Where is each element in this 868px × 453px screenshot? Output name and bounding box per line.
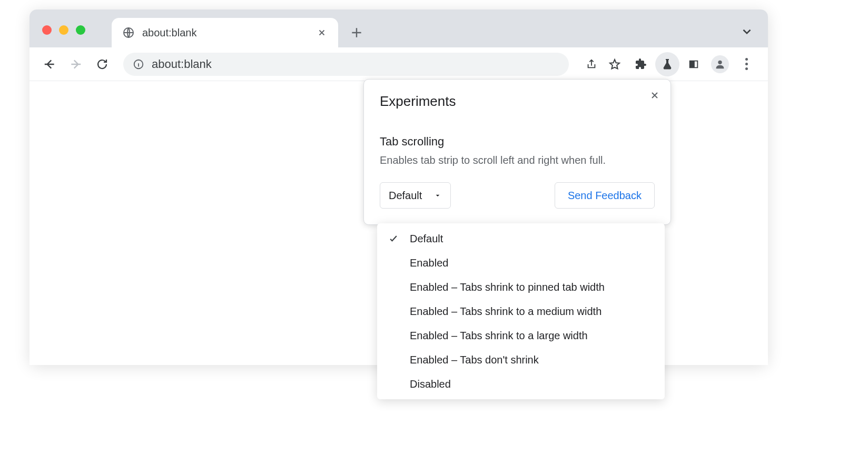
dropdown-option[interactable]: Enabled – Tabs shrink to a large width [377, 323, 665, 348]
back-button[interactable] [39, 54, 60, 75]
check-icon [387, 233, 400, 244]
dropdown-option-label: Disabled [410, 378, 451, 390]
window-controls [42, 25, 85, 35]
maximize-window-button[interactable] [76, 25, 85, 35]
browser-tab[interactable]: about:blank [112, 18, 338, 47]
send-feedback-button[interactable]: Send Feedback [555, 182, 655, 209]
experiment-controls: Default Send Feedback [380, 182, 655, 209]
dropdown-option[interactable]: Enabled – Tabs don't shrink [377, 348, 665, 372]
experiment-name: Tab scrolling [380, 135, 655, 149]
avatar-icon [711, 55, 729, 73]
dropdown-option-label: Enabled – Tabs don't shrink [410, 354, 539, 366]
dropdown-option-label: Enabled – Tabs shrink to a medium width [410, 306, 601, 318]
reload-button[interactable] [92, 54, 113, 75]
menu-button[interactable] [734, 52, 758, 76]
dropdown-option-label: Enabled – Tabs shrink to pinned tab widt… [410, 281, 605, 293]
experiments-button[interactable] [655, 52, 679, 76]
experiment-description: Enables tab strip to scroll left and rig… [380, 153, 655, 168]
side-panel-button[interactable] [682, 52, 706, 76]
dropdown-option[interactable]: Enabled [377, 251, 665, 275]
dropdown-option[interactable]: Enabled – Tabs shrink to a medium width [377, 299, 665, 323]
new-tab-button[interactable] [343, 19, 370, 46]
experiment-select[interactable]: Default [380, 182, 451, 209]
dropdown-option[interactable]: Disabled [377, 372, 665, 396]
select-value: Default [389, 190, 422, 202]
tab-strip: about:blank [29, 9, 768, 47]
address-bar[interactable]: about:blank [123, 53, 569, 76]
share-button[interactable] [579, 52, 604, 76]
extensions-button[interactable] [629, 52, 653, 76]
experiments-popup: Experiments Tab scrolling Enables tab st… [363, 79, 671, 225]
address-bar-text: about:blank [152, 57, 212, 71]
profile-button[interactable] [708, 52, 732, 76]
dropdown-option[interactable]: Enabled – Tabs shrink to pinned tab widt… [377, 275, 665, 299]
forward-button[interactable] [65, 54, 86, 75]
bookmark-button[interactable] [603, 52, 627, 76]
dropdown-option-label: Default [410, 233, 443, 245]
dropdown-option-label: Enabled [410, 257, 448, 269]
close-tab-button[interactable] [316, 27, 328, 38]
dropdown-option-label: Enabled – Tabs shrink to a large width [410, 330, 588, 342]
toolbar-actions [579, 52, 758, 76]
tab-title: about:blank [142, 27, 309, 39]
info-icon [133, 58, 144, 70]
kebab-icon [745, 58, 748, 70]
globe-icon [122, 26, 135, 39]
dropdown-option[interactable]: Default [377, 226, 665, 251]
popup-title: Experiments [380, 93, 655, 110]
svg-point-2 [718, 60, 722, 64]
caret-down-icon [433, 191, 442, 200]
tab-search-button[interactable] [736, 21, 757, 42]
close-window-button[interactable] [42, 25, 52, 35]
feedback-label: Send Feedback [568, 190, 642, 202]
experiment-select-dropdown: DefaultEnabledEnabled – Tabs shrink to p… [377, 223, 665, 399]
close-popup-button[interactable] [646, 87, 663, 104]
toolbar: about:blank [29, 47, 768, 81]
minimize-window-button[interactable] [59, 25, 68, 35]
